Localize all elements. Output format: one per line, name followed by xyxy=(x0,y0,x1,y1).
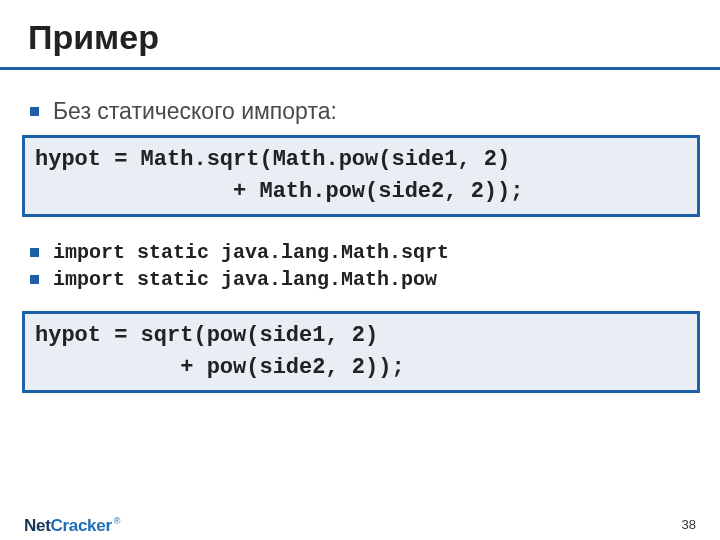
code-line: + pow(side2, 2)); xyxy=(35,355,405,380)
bullet-text: Без статического импорта: xyxy=(53,98,337,125)
slide-title: Пример xyxy=(28,18,692,57)
bullet-icon xyxy=(30,107,39,116)
bullet-item: import static java.lang.Math.sqrt xyxy=(30,241,692,264)
slide: Пример Без статического импорта: hypot =… xyxy=(0,0,720,540)
imports-list: import static java.lang.Math.sqrt import… xyxy=(30,241,692,291)
logo-part-net: Net xyxy=(24,516,51,535)
bullet-icon xyxy=(30,275,39,284)
page-number: 38 xyxy=(682,517,696,536)
code-block-1: hypot = Math.sqrt(Math.pow(side1, 2) + M… xyxy=(22,135,700,217)
import-line: import static java.lang.Math.sqrt xyxy=(53,241,449,264)
slide-footer: NetCracker® 38 xyxy=(0,504,720,540)
import-line: import static java.lang.Math.pow xyxy=(53,268,437,291)
bullet-item: Без статического импорта: xyxy=(30,98,692,125)
code-line: hypot = Math.sqrt(Math.pow(side1, 2) xyxy=(35,147,510,172)
code-line: + Math.pow(side2, 2)); xyxy=(35,179,523,204)
logo-registered: ® xyxy=(114,516,120,526)
brand-logo: NetCracker® xyxy=(24,516,120,536)
bullet-item: import static java.lang.Math.pow xyxy=(30,268,692,291)
slide-content: Без статического импорта: hypot = Math.s… xyxy=(28,98,692,393)
title-rule xyxy=(0,67,720,70)
code-line: hypot = sqrt(pow(side1, 2) xyxy=(35,323,378,348)
logo-part-cracker: Cracker xyxy=(51,516,112,535)
bullet-icon xyxy=(30,248,39,257)
code-block-2: hypot = sqrt(pow(side1, 2) + pow(side2, … xyxy=(22,311,700,393)
